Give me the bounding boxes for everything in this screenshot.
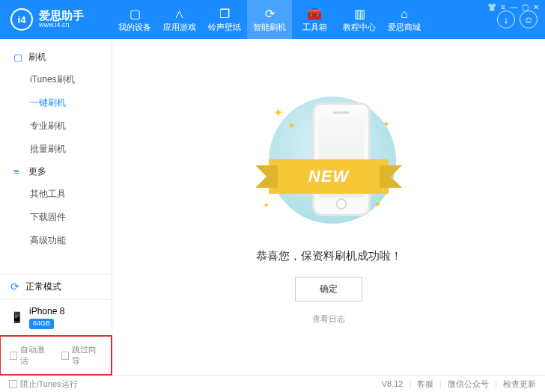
star-icon: ✦: [263, 200, 270, 210]
footer-link-wechat[interactable]: 微信公众号: [448, 379, 489, 390]
checkbox-block-itunes[interactable]: 阻止iTunes运行: [9, 379, 78, 390]
minimize-icon[interactable]: —: [510, 3, 517, 11]
footer-link-update[interactable]: 检查更新: [503, 379, 536, 390]
sidebar: ▢ 刷机 iTunes刷机 一键刷机 专业刷机 批量刷机 ≡ 更多 其他工具 下…: [0, 39, 112, 375]
refresh-icon: ⟳: [10, 281, 19, 293]
main-content: ✦ ✦ ✦ NEW 恭喜您，保资料刷机成功啦！ 确定 查看日志: [112, 39, 545, 375]
checkbox-auto-activate[interactable]: 自动激活: [10, 344, 51, 367]
device-name: iPhone 8: [29, 306, 64, 318]
sidebar-item-itunes-flash[interactable]: iTunes刷机: [0, 68, 112, 91]
success-illustration: ✦ ✦ ✦ NEW: [254, 89, 404, 239]
sidebar-group-more: ≡ 更多: [0, 161, 112, 183]
sidebar-item-pro-flash[interactable]: 专业刷机: [0, 114, 112, 138]
star-icon: ✦: [273, 105, 283, 120]
mode-label: 正常模式: [25, 281, 61, 293]
checkbox-icon: [10, 352, 17, 360]
sidebar-item-batch-flash[interactable]: 批量刷机: [0, 138, 112, 161]
nav-flash[interactable]: ⟳智能刷机: [247, 0, 292, 39]
user-icon[interactable]: ☺: [520, 10, 538, 28]
app-url: www.i4.cn: [39, 22, 84, 29]
device-icon: ▢: [130, 7, 141, 22]
header: 👕 ≡ — ▢ ✕ i4 爱思助手 www.i4.cn ▢我的设备 ⩑应用游戏 …: [0, 0, 545, 39]
skin-icon[interactable]: 👕: [487, 3, 496, 11]
logo-area: i4 爱思助手 www.i4.cn: [0, 0, 112, 39]
checkbox-icon: [9, 380, 17, 388]
apps-icon: ⩑: [174, 7, 186, 22]
top-nav: ▢我的设备 ⩑应用游戏 ❐铃声壁纸 ⟳智能刷机 🧰工具箱 ▥教程中心 ⌂爱思商城: [112, 0, 497, 39]
phone-small-icon: 📱: [10, 311, 23, 323]
download-icon[interactable]: ↓: [497, 10, 515, 28]
nav-toolbox[interactable]: 🧰工具箱: [292, 0, 337, 39]
nav-tutorials[interactable]: ▥教程中心: [337, 0, 382, 39]
options-highlight: 自动激活 跳过向导: [0, 335, 112, 376]
sidebar-group-flash: ▢ 刷机: [0, 46, 112, 68]
nav-apps[interactable]: ⩑应用游戏: [157, 0, 202, 39]
sidebar-item-advanced[interactable]: 高级功能: [0, 229, 112, 252]
toolbox-icon: 🧰: [307, 7, 322, 22]
storage-badge: 64GB: [29, 319, 54, 329]
ringtone-icon: ❐: [219, 7, 230, 22]
new-ribbon: NEW: [269, 159, 389, 194]
sidebar-item-oneclick-flash[interactable]: 一键刷机: [0, 91, 112, 114]
star-icon: ✦: [383, 119, 390, 129]
maximize-icon[interactable]: ▢: [522, 3, 529, 11]
checkbox-skip-wizard[interactable]: 跳过向导: [61, 344, 103, 367]
window-controls: 👕 ≡ — ▢ ✕: [487, 3, 539, 11]
app-title: 爱思助手: [39, 10, 84, 22]
footer-link-support[interactable]: 客服: [417, 379, 433, 390]
nav-my-device[interactable]: ▢我的设备: [112, 0, 157, 39]
version-label: V8.12: [382, 379, 404, 388]
sidebar-item-download-firmware[interactable]: 下载固件: [0, 206, 112, 229]
sidebar-item-other-tools[interactable]: 其他工具: [0, 183, 112, 206]
nav-ringtones[interactable]: ❐铃声壁纸: [202, 0, 247, 39]
more-icon: ≡: [13, 166, 24, 177]
view-log-link[interactable]: 查看日志: [312, 313, 345, 325]
status-bar: 阻止iTunes运行 V8.12 | 客服 | 微信公众号 | 检查更新: [0, 375, 545, 392]
phone-icon: ▢: [13, 52, 24, 63]
nav-store[interactable]: ⌂爱思商城: [382, 0, 427, 39]
checkbox-icon: [61, 352, 69, 360]
menu-icon[interactable]: ≡: [501, 3, 505, 11]
device-mode[interactable]: ⟳ 正常模式: [0, 275, 112, 300]
close-icon[interactable]: ✕: [533, 3, 539, 11]
tutorial-icon: ▥: [354, 7, 365, 22]
device-info[interactable]: 📱 iPhone 8 64GB: [0, 300, 112, 336]
ok-button[interactable]: 确定: [295, 277, 362, 301]
logo-icon: i4: [10, 8, 33, 31]
success-message: 恭喜您，保资料刷机成功啦！: [256, 249, 402, 263]
store-icon: ⌂: [401, 7, 408, 22]
flash-icon: ⟳: [265, 7, 275, 22]
